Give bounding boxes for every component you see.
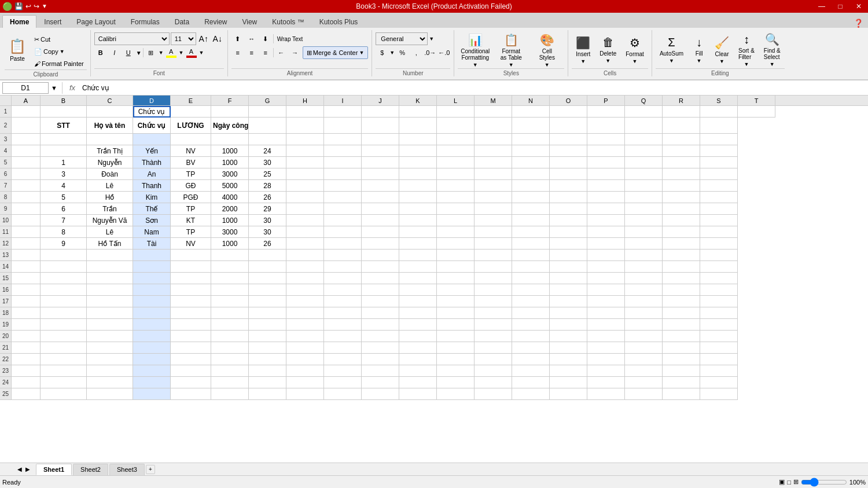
cell-h15[interactable] bbox=[286, 273, 324, 284]
cell-g22[interactable] bbox=[249, 354, 286, 365]
format-button[interactable]: ⚙ Format ▼ bbox=[621, 32, 648, 67]
align-right-button[interactable]: ≡ bbox=[259, 46, 272, 59]
cell-g21[interactable] bbox=[249, 342, 286, 354]
cell-a20[interactable] bbox=[12, 331, 41, 342]
cell-h20[interactable] bbox=[286, 331, 324, 342]
cell-e8[interactable]: PGĐ bbox=[171, 192, 211, 203]
cell-r2[interactable] bbox=[663, 118, 700, 134]
tab-formulas[interactable]: Formulas bbox=[123, 15, 167, 28]
cell-m3[interactable] bbox=[475, 134, 512, 145]
cell-q8[interactable] bbox=[625, 192, 663, 203]
cell-s9[interactable] bbox=[700, 203, 738, 215]
tab-home[interactable]: Home bbox=[2, 15, 36, 28]
quick-access-save[interactable]: 💾 bbox=[14, 0, 23, 13]
cell-s23[interactable] bbox=[700, 365, 738, 377]
cell-e5[interactable]: BV bbox=[171, 157, 211, 168]
cell-b19[interactable] bbox=[41, 319, 87, 331]
cell-e19[interactable] bbox=[171, 319, 211, 331]
cell-n4[interactable] bbox=[512, 145, 550, 157]
cell-r5[interactable] bbox=[663, 157, 700, 168]
cell-e17[interactable] bbox=[171, 296, 211, 307]
cell-i10[interactable] bbox=[324, 215, 362, 226]
cell-f23[interactable] bbox=[211, 365, 249, 377]
cell-c7[interactable]: Lê bbox=[87, 180, 133, 192]
cell-c4[interactable]: Trần Thị bbox=[87, 145, 133, 157]
col-header-o[interactable]: O bbox=[550, 96, 587, 105]
cell-b1[interactable] bbox=[41, 106, 87, 118]
cell-d8[interactable]: Kim bbox=[133, 192, 171, 203]
cell-f25[interactable] bbox=[211, 388, 249, 400]
quick-access-dropdown[interactable]: ▼ bbox=[42, 0, 47, 13]
cell-i5[interactable] bbox=[324, 157, 362, 168]
cell-c25[interactable] bbox=[87, 388, 133, 400]
cell-r10[interactable] bbox=[663, 215, 700, 226]
cell-p15[interactable] bbox=[587, 273, 625, 284]
cell-d5[interactable]: Thành bbox=[133, 157, 171, 168]
cell-o17[interactable] bbox=[550, 296, 587, 307]
cell-h14[interactable] bbox=[286, 261, 324, 273]
cell-b6[interactable]: 3 bbox=[41, 168, 87, 180]
cell-s10[interactable] bbox=[700, 215, 738, 226]
border-button[interactable]: ⊞ bbox=[145, 46, 157, 59]
cell-i20[interactable] bbox=[324, 331, 362, 342]
cell-h12[interactable] bbox=[286, 238, 324, 249]
cell-o6[interactable] bbox=[550, 168, 587, 180]
cell-o9[interactable] bbox=[550, 203, 587, 215]
cell-k16[interactable] bbox=[399, 284, 437, 296]
cell-r22[interactable] bbox=[663, 354, 700, 365]
cell-a23[interactable] bbox=[12, 365, 41, 377]
cell-j20[interactable] bbox=[362, 331, 399, 342]
cell-q1[interactable] bbox=[625, 106, 663, 118]
cell-c5[interactable]: Nguyễn bbox=[87, 157, 133, 168]
cell-l21[interactable] bbox=[437, 342, 475, 354]
cell-r25[interactable] bbox=[663, 388, 700, 400]
cell-e1[interactable] bbox=[171, 106, 211, 118]
indent-decrease-button[interactable]: ← bbox=[275, 46, 288, 59]
cell-o7[interactable] bbox=[550, 180, 587, 192]
cell-j4[interactable] bbox=[362, 145, 399, 157]
cell-d10[interactable]: Sơn bbox=[133, 215, 171, 226]
cell-a3[interactable] bbox=[12, 134, 41, 145]
cell-s6[interactable] bbox=[700, 168, 738, 180]
cell-m23[interactable] bbox=[475, 365, 512, 377]
cell-k12[interactable] bbox=[399, 238, 437, 249]
cell-k8[interactable] bbox=[399, 192, 437, 203]
cell-d17[interactable] bbox=[133, 296, 171, 307]
cell-p8[interactable] bbox=[587, 192, 625, 203]
cell-f24[interactable] bbox=[211, 377, 249, 388]
cell-i3[interactable] bbox=[324, 134, 362, 145]
cell-h25[interactable] bbox=[286, 388, 324, 400]
cell-h22[interactable] bbox=[286, 354, 324, 365]
cell-n6[interactable] bbox=[512, 168, 550, 180]
cell-i24[interactable] bbox=[324, 377, 362, 388]
cell-e20[interactable] bbox=[171, 331, 211, 342]
cell-j6[interactable] bbox=[362, 168, 399, 180]
cell-i13[interactable] bbox=[324, 249, 362, 261]
cell-k18[interactable] bbox=[399, 307, 437, 319]
cell-m16[interactable] bbox=[475, 284, 512, 296]
sheet-nav-prev[interactable]: ◀ bbox=[17, 466, 22, 472]
cell-d16[interactable] bbox=[133, 284, 171, 296]
col-header-t[interactable]: T bbox=[738, 96, 775, 105]
cell-f13[interactable] bbox=[211, 249, 249, 261]
tab-data[interactable]: Data bbox=[167, 15, 197, 28]
merge-center-button[interactable]: ⊞ Merge & Center ▼ bbox=[303, 46, 369, 59]
cell-j8[interactable] bbox=[362, 192, 399, 203]
col-header-a[interactable]: A bbox=[12, 96, 41, 105]
cell-e15[interactable] bbox=[171, 273, 211, 284]
cell-e23[interactable] bbox=[171, 365, 211, 377]
cell-f8[interactable]: 4000 bbox=[211, 192, 249, 203]
font-color-button[interactable]: A bbox=[185, 46, 198, 59]
cell-g8[interactable]: 26 bbox=[249, 192, 286, 203]
cell-a8[interactable] bbox=[12, 192, 41, 203]
cell-h4[interactable] bbox=[286, 145, 324, 157]
sheet-tab-sheet3[interactable]: Sheet3 bbox=[109, 464, 145, 475]
align-center-button[interactable]: ≡ bbox=[245, 46, 258, 59]
cell-d4[interactable]: Yến bbox=[133, 145, 171, 157]
cell-i21[interactable] bbox=[324, 342, 362, 354]
cell-h8[interactable] bbox=[286, 192, 324, 203]
cell-j14[interactable] bbox=[362, 261, 399, 273]
cell-e18[interactable] bbox=[171, 307, 211, 319]
cell-s1[interactable] bbox=[700, 106, 738, 118]
cell-j23[interactable] bbox=[362, 365, 399, 377]
